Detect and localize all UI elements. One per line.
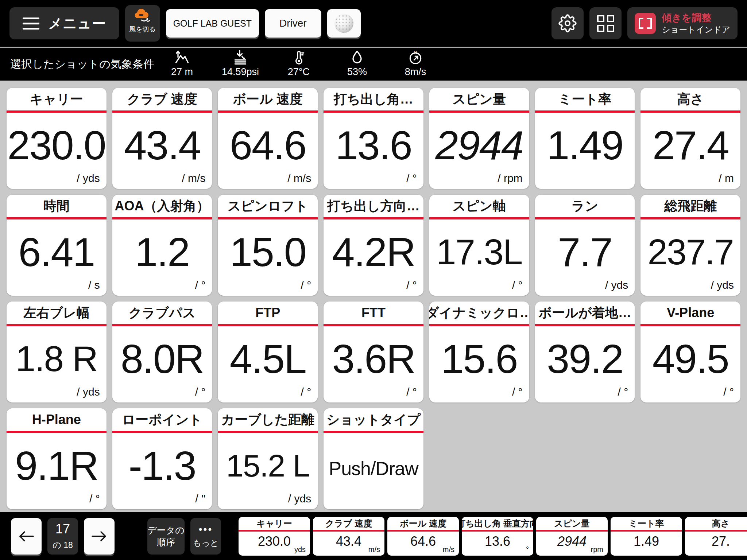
metric-card[interactable]: ローポイント -1.3 / '': [112, 408, 212, 509]
weather-metrics: 27 m 14.59psi 27°C: [162, 48, 436, 81]
summary-card[interactable]: クラブ 速度 43.4 m/s: [313, 517, 384, 556]
metric-title: スピン軸: [429, 195, 529, 217]
settings-button[interactable]: [551, 7, 584, 39]
metric-card[interactable]: ラン 7.7 / yds: [535, 195, 635, 296]
tilt-subtitle: ショートインドア: [662, 24, 730, 35]
metric-title: FTP: [218, 302, 318, 324]
metric-card[interactable]: 打ち出し方向… 4.2R / °: [324, 195, 423, 296]
grid-layout-icon: [597, 15, 614, 32]
metric-card[interactable]: ボールが着地… 39.2 / °: [535, 302, 635, 402]
summary-card[interactable]: 打ち出し角 垂直方向 13.6 °: [462, 517, 533, 556]
pressure-icon: [232, 49, 249, 66]
summary-card[interactable]: ボール 速度 64.6 m/s: [387, 517, 459, 556]
metric-card[interactable]: スピン軸 17.3L / °: [429, 195, 529, 296]
metric-card[interactable]: 時間 6.41 / s: [7, 195, 107, 296]
metric-card[interactable]: キャリー 230.0 / yds: [7, 88, 107, 189]
ball-select-button[interactable]: [327, 9, 361, 38]
metric-title: ボールが着地…: [535, 302, 635, 324]
metric-card[interactable]: ボール 速度 64.6 / m/s: [218, 88, 318, 189]
tilt-adjust-button[interactable]: 傾きを調整 ショートインドア: [627, 7, 738, 39]
metric-title: ショットタイプ: [324, 408, 423, 431]
summary-strip: キャリー 230.0 yds クラブ 速度 43.4 m/s ボール 速度 64…: [239, 517, 747, 556]
metric-card[interactable]: 打ち出し角… 13.6 / °: [324, 88, 423, 189]
summary-title: クラブ 速度: [313, 517, 384, 530]
metric-card[interactable]: FTT 3.6R / °: [324, 302, 423, 402]
summary-card[interactable]: ミート率 1.49: [611, 517, 682, 556]
metric-card[interactable]: ミート率 1.49: [535, 88, 635, 189]
metric-card[interactable]: クラブパス 8.0R / °: [112, 302, 212, 402]
summary-title: 打ち出し角 垂直方向: [462, 517, 533, 530]
metric-unit: / m: [719, 172, 734, 184]
summary-unit: m/s: [443, 545, 454, 554]
metric-title: 打ち出し角…: [324, 88, 423, 110]
metric-title: 高さ: [640, 88, 740, 110]
wind-cloud-icon: [133, 8, 152, 23]
metric-title: 総飛距離: [640, 195, 740, 217]
tilt-text: 傾きを調整 ショートインドア: [662, 12, 730, 35]
summary-unit: °: [526, 545, 529, 554]
weather-altitude: 27 m: [162, 48, 202, 81]
more-button[interactable]: ••• もっと: [190, 518, 221, 555]
metric-title: カーブした距離: [218, 408, 318, 431]
metric-title: AOA（入射角）: [112, 195, 212, 217]
tilt-frame-icon: [635, 13, 656, 34]
shot-counter[interactable]: 17 の 18: [47, 518, 78, 555]
summary-value: 13.6: [462, 532, 533, 556]
summary-card[interactable]: スピン量 2944 rpm: [536, 517, 608, 556]
metric-unit: / °: [301, 386, 311, 398]
bottom-bar: 17 の 18 データの 順序 ••• もっと キャリー 230.0 yds ク…: [0, 512, 747, 560]
metric-card[interactable]: カーブした距離 15.2 L / yds: [218, 408, 318, 509]
humidity-value: 53%: [347, 66, 367, 78]
metric-unit: / yds: [605, 279, 628, 291]
club-select-button[interactable]: Driver: [265, 9, 321, 38]
layout-button[interactable]: [589, 7, 622, 39]
metric-card[interactable]: ショットタイプ Push/Draw: [324, 408, 423, 509]
metric-card[interactable]: FTP 4.5L / °: [218, 302, 318, 402]
weather-label: 選択したショットの気象条件: [10, 57, 154, 72]
wind-toggle-button[interactable]: 風を切る: [125, 5, 160, 42]
pressure-value: 14.59psi: [222, 66, 259, 78]
player-button[interactable]: GOLF LAB GUEST: [166, 9, 259, 38]
metric-unit: / yds: [77, 386, 100, 398]
metric-unit: / °: [512, 386, 523, 398]
shot-total: の 18: [53, 540, 73, 551]
metric-unit: / m/s: [287, 172, 311, 184]
weather-bar: 選択したショットの気象条件 27 m 14.59psi: [0, 48, 747, 81]
metric-card[interactable]: 高さ 27.4 / m: [640, 88, 740, 189]
metric-card[interactable]: クラブ 速度 43.4 / m/s: [112, 88, 212, 189]
altitude-value: 27 m: [171, 66, 193, 78]
metric-card[interactable]: V-Plane 49.5 / °: [640, 302, 740, 402]
metric-card[interactable]: スピンロフト 15.0 / °: [218, 195, 318, 296]
next-shot-button[interactable]: [84, 518, 115, 555]
metric-title: ローポイント: [112, 408, 212, 431]
temperature-icon: [290, 49, 307, 66]
summary-title: ミート率: [611, 517, 682, 530]
top-bar: メニュー 風を切る GOLF LAB GUEST Driver: [0, 0, 747, 47]
metric-card[interactable]: AOA（入射角） 1.2 / °: [112, 195, 212, 296]
summary-card[interactable]: 高さ 27.: [685, 517, 747, 556]
metric-unit: / °: [89, 493, 100, 505]
metric-card[interactable]: ダイナミックロ… 15.6 / °: [429, 302, 529, 402]
menu-button[interactable]: メニュー: [9, 7, 119, 39]
metric-card[interactable]: スピン量 2944 / rpm: [429, 88, 529, 189]
data-order-button[interactable]: データの 順序: [147, 518, 185, 555]
metric-card[interactable]: 左右ブレ幅 1.8 R / yds: [7, 302, 107, 402]
metric-unit: / °: [723, 386, 734, 398]
summary-value: 27.: [685, 532, 747, 556]
summary-title: 高さ: [685, 517, 747, 530]
wind-toggle-label: 風を切る: [129, 25, 156, 34]
arrow-left-icon: [18, 529, 35, 543]
metric-title: クラブ 速度: [112, 88, 212, 110]
tilt-title: 傾きを調整: [662, 12, 730, 24]
metric-unit: / °: [406, 172, 417, 184]
prev-shot-button[interactable]: [11, 518, 42, 555]
metric-unit: / °: [406, 386, 417, 398]
hamburger-icon: [23, 18, 39, 30]
metric-unit: / °: [301, 279, 311, 291]
summary-unit: rpm: [591, 545, 603, 554]
altitude-icon: [174, 49, 190, 66]
metric-card[interactable]: H-Plane 9.1R / °: [7, 408, 107, 509]
metric-card[interactable]: 総飛距離 237.7 / yds: [640, 195, 740, 296]
summary-card[interactable]: キャリー 230.0 yds: [239, 517, 310, 556]
temperature-value: 27°C: [288, 66, 310, 78]
